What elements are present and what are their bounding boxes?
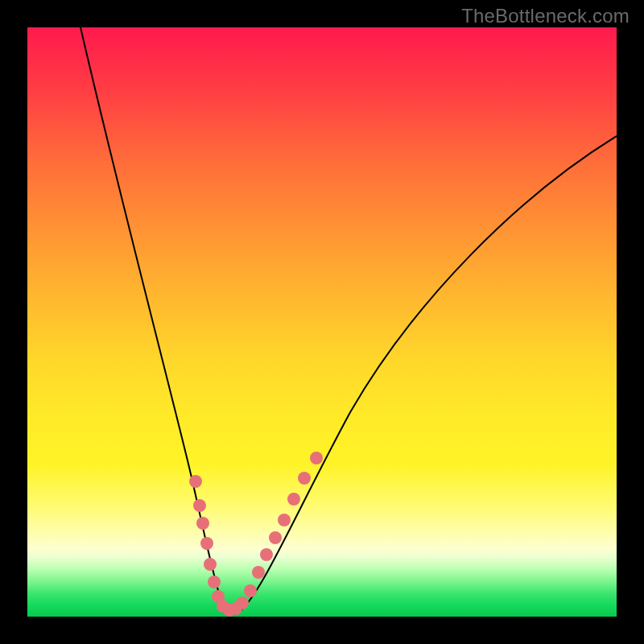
data-dot — [298, 472, 311, 485]
data-dot — [260, 548, 273, 561]
curve-svg — [27, 27, 617, 617]
watermark-text: TheBottleneck.com — [461, 5, 630, 27]
data-dot — [204, 558, 217, 571]
chart-frame: TheBottleneck.com — [0, 0, 644, 644]
data-dot — [208, 576, 221, 588]
bottleneck-curve — [80, 27, 617, 613]
data-dot — [252, 566, 265, 579]
data-dot — [196, 517, 209, 530]
plot-area — [27, 27, 617, 617]
data-dot — [269, 531, 282, 544]
data-dot — [200, 537, 213, 550]
data-dot — [244, 584, 257, 597]
data-dot — [287, 493, 300, 506]
data-dot — [310, 452, 323, 464]
data-dot — [193, 499, 206, 512]
data-dot — [189, 475, 202, 488]
data-dot — [236, 597, 249, 609]
data-dot — [278, 514, 291, 526]
